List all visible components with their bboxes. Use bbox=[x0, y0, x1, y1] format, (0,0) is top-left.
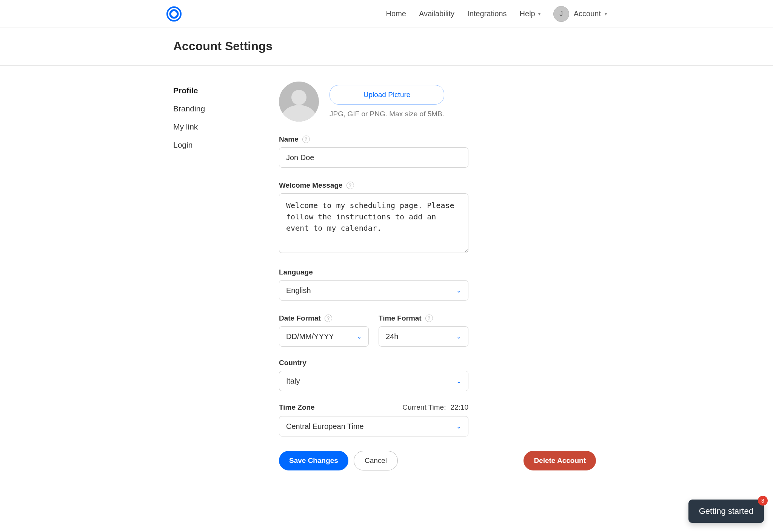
cancel-button[interactable]: Cancel bbox=[354, 451, 398, 470]
nav-help[interactable]: Help ▾ bbox=[520, 9, 540, 18]
chevron-down-icon: ⌄ bbox=[456, 423, 461, 430]
date-format-value: DD/MM/YYYY bbox=[286, 332, 334, 341]
getting-started-badge: 3 bbox=[758, 496, 768, 506]
delete-account-button[interactable]: Delete Account bbox=[524, 451, 596, 470]
getting-started-label: Getting started bbox=[699, 506, 753, 516]
brand bbox=[166, 6, 182, 22]
page-title-wrap: Account Settings bbox=[0, 28, 773, 66]
field-welcome: Welcome Message ? Welcome to my scheduli… bbox=[279, 181, 596, 254]
help-icon[interactable]: ? bbox=[425, 315, 433, 322]
brand-logo[interactable] bbox=[166, 6, 182, 22]
label-timezone: Time Zone bbox=[279, 403, 315, 412]
sidebar-item-login[interactable]: Login bbox=[173, 136, 256, 154]
name-input[interactable] bbox=[279, 147, 468, 168]
avatar: J bbox=[553, 6, 569, 22]
save-button[interactable]: Save Changes bbox=[279, 451, 348, 470]
current-time-value: 22:10 bbox=[450, 403, 468, 412]
svg-point-0 bbox=[167, 7, 181, 21]
language-select[interactable]: English ⌄ bbox=[279, 280, 468, 301]
sidebar-item-branding[interactable]: Branding bbox=[173, 100, 256, 118]
label-country: Country bbox=[279, 359, 306, 367]
welcome-textarea[interactable]: Welcome to my scheduling page. Please fo… bbox=[279, 193, 468, 253]
chevron-down-icon: ⌄ bbox=[456, 333, 461, 340]
calendly-logo-icon bbox=[166, 6, 182, 22]
profile-form: Upload Picture JPG, GIF or PNG. Max size… bbox=[279, 82, 596, 470]
chevron-down-icon: ⌄ bbox=[357, 333, 362, 340]
chevron-down-icon: ⌄ bbox=[456, 287, 461, 294]
timezone-value: Central European Time bbox=[286, 422, 364, 431]
chevron-down-icon: ▾ bbox=[538, 11, 540, 17]
top-nav: Home Availability Integrations Help ▾ J … bbox=[386, 6, 607, 22]
help-icon[interactable]: ? bbox=[302, 136, 310, 143]
avatar-initial: J bbox=[559, 10, 563, 18]
svg-point-1 bbox=[170, 10, 178, 18]
nav-account-label: Account bbox=[574, 9, 601, 18]
sidebar-item-mylink[interactable]: My link bbox=[173, 118, 256, 136]
label-language: Language bbox=[279, 268, 313, 276]
time-format-value: 24h bbox=[386, 332, 398, 341]
account-menu[interactable]: J Account ▾ bbox=[553, 6, 607, 22]
getting-started-widget[interactable]: Getting started 3 bbox=[688, 500, 764, 523]
content: Profile Branding My link Login Upload Pi… bbox=[173, 66, 600, 470]
nav-integrations[interactable]: Integrations bbox=[467, 9, 507, 18]
current-time-label: Current Time: bbox=[402, 403, 446, 412]
help-icon[interactable]: ? bbox=[346, 182, 354, 189]
country-value: Italy bbox=[286, 377, 300, 386]
field-language: Language English ⌄ bbox=[279, 268, 596, 301]
field-country: Country Italy ⌄ bbox=[279, 359, 596, 391]
profile-avatar bbox=[279, 82, 319, 122]
profile-picture-row: Upload Picture JPG, GIF or PNG. Max size… bbox=[279, 82, 596, 122]
sidebar-item-profile[interactable]: Profile bbox=[173, 82, 256, 100]
time-format-select[interactable]: 24h ⌄ bbox=[379, 326, 468, 347]
help-icon[interactable]: ? bbox=[325, 315, 332, 322]
field-name: Name ? bbox=[279, 135, 596, 168]
upload-picture-button[interactable]: Upload Picture bbox=[330, 85, 444, 105]
chevron-down-icon: ▾ bbox=[605, 11, 607, 17]
chevron-down-icon: ⌄ bbox=[456, 378, 461, 385]
label-welcome: Welcome Message bbox=[279, 181, 343, 190]
field-timezone: Time Zone Current Time: 22:10 Central Eu… bbox=[279, 403, 596, 436]
country-select[interactable]: Italy ⌄ bbox=[279, 371, 468, 391]
top-bar: Home Availability Integrations Help ▾ J … bbox=[0, 0, 773, 28]
page-title: Account Settings bbox=[173, 39, 600, 53]
label-time-format: Time Format bbox=[379, 314, 422, 322]
nav-availability[interactable]: Availability bbox=[419, 9, 454, 18]
label-date-format: Date Format bbox=[279, 314, 321, 322]
date-format-select[interactable]: DD/MM/YYYY ⌄ bbox=[279, 326, 369, 347]
form-actions: Save Changes Cancel Delete Account bbox=[279, 451, 596, 470]
upload-hint: JPG, GIF or PNG. Max size of 5MB. bbox=[330, 110, 444, 118]
language-value: English bbox=[286, 286, 311, 295]
nav-help-label: Help bbox=[520, 9, 535, 18]
label-name: Name bbox=[279, 135, 299, 143]
settings-sidebar: Profile Branding My link Login bbox=[173, 82, 256, 470]
current-time: Current Time: 22:10 bbox=[402, 403, 468, 412]
field-date-time-formats: Date Format ? DD/MM/YYYY ⌄ Time For bbox=[279, 314, 596, 347]
timezone-select[interactable]: Central European Time ⌄ bbox=[279, 416, 468, 436]
nav-home[interactable]: Home bbox=[386, 9, 406, 18]
